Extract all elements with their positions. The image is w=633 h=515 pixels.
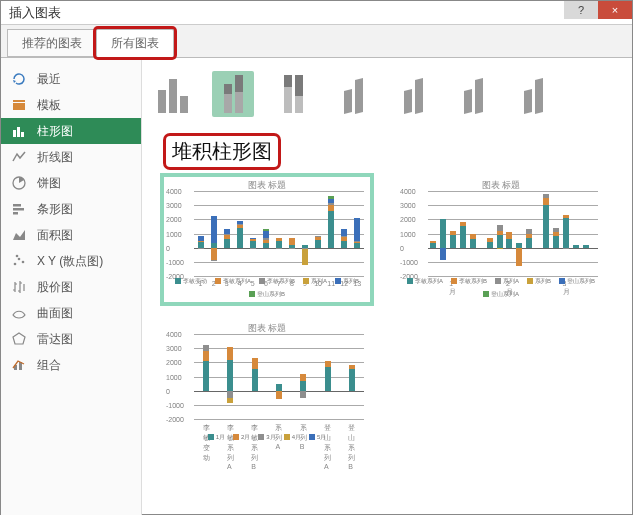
sidebar-item-label: 雷达图: [37, 326, 73, 352]
sidebar-item-label: X Y (散点图): [37, 248, 103, 274]
sidebar-item-折线图[interactable]: 折线图: [1, 144, 141, 170]
subtype-3d-100pct-stacked-column[interactable]: [452, 71, 494, 117]
sidebar-item-label: 面积图: [37, 222, 73, 248]
area-icon: [11, 227, 27, 243]
selected-subtype-title: 堆积柱形图: [166, 136, 278, 167]
sidebar-item-条形图[interactable]: 条形图: [1, 196, 141, 222]
sidebar-item-label: 饼图: [37, 170, 61, 196]
window-title: 插入图表: [9, 5, 61, 20]
combo-icon: [11, 357, 27, 373]
subtype-3d-clustered-column[interactable]: [332, 71, 374, 117]
svg-rect-6: [13, 212, 18, 215]
chart-subtype-content: 堆积柱形图 图表 标题-2000-10000100020003000400012…: [142, 58, 632, 515]
stock-icon: [11, 279, 27, 295]
preview-legend: 1月2月3月4月5月: [164, 433, 370, 442]
svg-point-8: [18, 258, 21, 261]
sidebar-item-饼图[interactable]: 饼图: [1, 170, 141, 196]
svg-rect-0: [13, 130, 16, 137]
svg-point-10: [16, 255, 19, 258]
radar-icon: [11, 331, 27, 347]
sidebar-item-label: 模板: [37, 92, 61, 118]
window-controls: ? ×: [564, 1, 632, 19]
chart-previews: 图表 标题-2000-10000100020003000400012345678…: [164, 177, 622, 445]
subtype-ribbon: [152, 66, 622, 122]
bar-icon: [11, 201, 27, 217]
sidebar-item-label: 最近: [37, 66, 61, 92]
sidebar-item-模板[interactable]: 模板: [1, 92, 141, 118]
sidebar-item-柱形图[interactable]: 柱形图: [1, 118, 141, 144]
line-icon: [11, 149, 27, 165]
sidebar-item-label: 曲面图: [37, 300, 73, 326]
subtype-3d-stacked-column[interactable]: [392, 71, 434, 117]
sidebar-item-最近[interactable]: 最近: [1, 66, 141, 92]
sidebar-item-曲面图[interactable]: 曲面图: [1, 300, 141, 326]
insert-chart-dialog: 插入图表 ? × 推荐的图表所有图表 最近模板柱形图折线图饼图条形图面积图X Y…: [0, 0, 633, 515]
close-button[interactable]: ×: [598, 1, 632, 19]
sidebar-item-雷达图[interactable]: 雷达图: [1, 326, 141, 352]
titlebar: 插入图表 ? ×: [1, 1, 632, 25]
svg-point-9: [22, 261, 25, 264]
svg-rect-4: [13, 204, 21, 207]
chart-preview-p3[interactable]: 图表 标题-2000-100001000200030004000李敏变动李敏系列…: [164, 320, 370, 445]
sidebar-item-label: 柱形图: [37, 118, 73, 144]
chart-type-sidebar: 最近模板柱形图折线图饼图条形图面积图X Y (散点图)股价图曲面图雷达图组合: [1, 58, 142, 515]
tab-row: 推荐的图表所有图表: [1, 25, 632, 58]
preview-legend: 李敏系列A李敏系列B系列A系列B登山系列B登山系列A: [398, 277, 604, 299]
sidebar-item-label: 组合: [37, 352, 61, 378]
svg-marker-11: [13, 333, 25, 344]
subtype-stacked-column[interactable]: [212, 71, 254, 117]
svg-rect-5: [13, 208, 24, 211]
sidebar-item-面积图[interactable]: 面积图: [1, 222, 141, 248]
subtype-3d-column[interactable]: [512, 71, 554, 117]
preview-legend: 李敏变动李敏系列A李敏系列B系列A系列B登山系列B: [164, 277, 370, 299]
tab-所有图表[interactable]: 所有图表: [96, 29, 174, 57]
main-area: 最近模板柱形图折线图饼图条形图面积图X Y (散点图)股价图曲面图雷达图组合 堆…: [1, 58, 632, 515]
template-icon: [11, 97, 27, 113]
svg-point-7: [14, 263, 17, 266]
svg-rect-2: [21, 132, 24, 137]
scatter-icon: [11, 253, 27, 269]
sidebar-item-label: 股价图: [37, 274, 73, 300]
surface-icon: [11, 305, 27, 321]
sidebar-item-label: 折线图: [37, 144, 73, 170]
svg-rect-1: [17, 127, 20, 137]
sidebar-item-label: 条形图: [37, 196, 73, 222]
help-button[interactable]: ?: [564, 1, 598, 19]
tab-推荐的图表[interactable]: 推荐的图表: [7, 29, 97, 57]
subtype-clustered-column[interactable]: [152, 71, 194, 117]
sidebar-item-X Y (散点图)[interactable]: X Y (散点图): [1, 248, 141, 274]
column-icon: [11, 123, 27, 139]
pie-icon: [11, 175, 27, 191]
sidebar-item-股价图[interactable]: 股价图: [1, 274, 141, 300]
chart-preview-p1[interactable]: 图表 标题-2000-10000100020003000400012345678…: [164, 177, 370, 302]
sidebar-item-组合[interactable]: 组合: [1, 352, 141, 378]
recent-icon: [11, 71, 27, 87]
chart-preview-p2[interactable]: 图表 标题-2000-1000010002000300040001月2月3月李敏…: [398, 177, 604, 302]
subtype-100pct-stacked-column[interactable]: [272, 71, 314, 117]
